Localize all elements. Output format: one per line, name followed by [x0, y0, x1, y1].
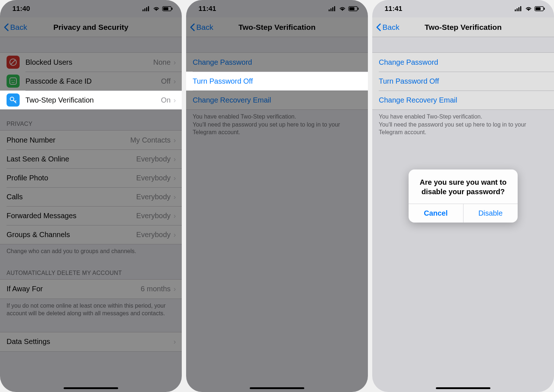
alert-dialog: Are you sure you want to disable your pa… [409, 169, 518, 223]
alert-buttons: Cancel Disable [409, 204, 518, 223]
home-indicator[interactable] [64, 387, 118, 389]
back-label: Back [10, 23, 27, 32]
row-value: Everybody [136, 212, 171, 220]
row-value: Everybody [136, 155, 171, 163]
row-label: Turn Password Off [193, 77, 362, 85]
row-turn-password-off[interactable]: Turn Password Off [186, 72, 368, 91]
svg-point-11 [14, 80, 15, 81]
svg-rect-6 [172, 8, 173, 10]
twostep-footer: You have enabled Two-Step verification. … [186, 110, 368, 140]
row-value: Off [161, 77, 170, 85]
row-value: 6 months [141, 285, 170, 293]
home-indicator[interactable] [250, 387, 304, 389]
status-time: 11:41 [198, 5, 216, 13]
row-if-away-for[interactable]: If Away For6 months› [0, 280, 182, 299]
chevron-right-icon: › [173, 58, 176, 67]
row-change-recovery-email[interactable]: Change Recovery Email [186, 91, 368, 109]
row-groups-channels[interactable]: Groups & ChannelsEverybody› [0, 225, 182, 244]
chevron-right-icon: › [173, 285, 176, 293]
wifi-icon [339, 6, 346, 11]
row-change-password[interactable]: Change Password [186, 53, 368, 72]
row-value: My Contacts [130, 136, 170, 144]
row-value: Everybody [136, 193, 171, 201]
autodelete-footer: If you do not come online at least once … [0, 299, 182, 321]
nav-bar: Back Privacy and Security [0, 17, 182, 37]
alert-title: Are you sure you want to disable your pa… [409, 169, 518, 204]
status-bar: 11:40 [0, 0, 182, 17]
row-data-settings[interactable]: Data Settings› [0, 332, 182, 351]
row-passcode-faceid[interactable]: Passcode & Face ID Off › [0, 72, 182, 91]
screen-disable-confirm: 11:41 Back Two-Step Verification Change … [372, 0, 554, 392]
chevron-right-icon: › [173, 212, 176, 220]
autodelete-group: If Away For6 months› [0, 279, 182, 299]
chevron-left-icon [190, 23, 195, 31]
chevron-left-icon [4, 23, 9, 31]
nav-bar: Back Two-Step Verification [186, 17, 368, 37]
svg-rect-18 [334, 6, 335, 11]
back-button[interactable]: Back [186, 23, 213, 32]
battery-icon [162, 6, 173, 11]
section-header-autodelete: AUTOMATICALLY DELETE MY ACCOUNT [0, 259, 182, 279]
row-profile-photo[interactable]: Profile PhotoEverybody› [0, 168, 182, 187]
row-label: Calls [7, 193, 136, 201]
chevron-right-icon: › [173, 155, 176, 163]
status-time: 11:40 [12, 5, 30, 13]
svg-rect-3 [148, 6, 149, 11]
blocked-icon [7, 56, 20, 69]
section-header-privacy: PRIVACY [0, 110, 182, 130]
chevron-right-icon: › [173, 337, 176, 346]
status-bar: 11:41 [186, 0, 368, 17]
svg-rect-21 [358, 8, 359, 10]
battery-icon [348, 6, 359, 11]
row-label: Two-Step Verification [25, 96, 161, 104]
svg-point-10 [12, 80, 12, 81]
row-blocked-users[interactable]: Blocked Users None › [0, 53, 182, 72]
svg-line-8 [11, 60, 15, 64]
cancel-button[interactable]: Cancel [409, 204, 463, 223]
svg-rect-15 [329, 9, 330, 11]
row-label: Phone Number [7, 136, 130, 144]
row-last-seen[interactable]: Last Seen & OnlineEverybody› [0, 149, 182, 168]
back-label: Back [196, 23, 213, 32]
row-value: Everybody [136, 174, 171, 182]
row-forwarded-messages[interactable]: Forwarded MessagesEverybody› [0, 206, 182, 225]
chevron-right-icon: › [173, 77, 176, 85]
row-label: Change Recovery Email [193, 96, 362, 104]
screen-privacy-security: 11:40 Back Privacy and Security Blocked … [0, 0, 182, 392]
row-label: If Away For [7, 285, 141, 293]
svg-rect-17 [332, 7, 333, 11]
svg-rect-9 [10, 78, 16, 84]
row-value: On [161, 96, 171, 104]
svg-line-14 [15, 101, 16, 102]
back-button[interactable]: Back [0, 23, 27, 32]
row-label: Profile Photo [7, 174, 136, 182]
chevron-right-icon: › [173, 193, 176, 201]
security-group: Blocked Users None › Passcode & Face ID … [0, 52, 182, 110]
row-value: None [153, 58, 171, 67]
data-settings-group: Data Settings› [0, 332, 182, 352]
chevron-right-icon: › [173, 136, 176, 144]
key-icon [7, 93, 20, 107]
row-value: Everybody [136, 231, 171, 239]
row-two-step-verification[interactable]: Two-Step Verification On › [0, 91, 182, 109]
cellular-icon [329, 6, 337, 11]
nav-title: Two-Step Verification [186, 23, 368, 32]
svg-rect-0 [142, 9, 144, 11]
twostep-options-group: Change Password Turn Password Off Change… [186, 52, 368, 110]
row-label: Last Seen & Online [7, 155, 136, 163]
status-indicators [329, 6, 359, 11]
row-phone-number[interactable]: Phone NumberMy Contacts› [0, 131, 182, 149]
home-indicator[interactable] [436, 387, 490, 389]
nav-title: Privacy and Security [0, 23, 182, 32]
row-calls[interactable]: CallsEverybody› [0, 187, 182, 206]
row-label: Passcode & Face ID [25, 77, 161, 85]
chevron-right-icon: › [173, 231, 176, 239]
cellular-icon [142, 6, 150, 11]
svg-rect-1 [144, 8, 145, 11]
disable-button[interactable]: Disable [463, 204, 518, 223]
row-label: Forwarded Messages [7, 212, 136, 220]
status-indicators [142, 6, 173, 11]
privacy-group: Phone NumberMy Contacts› Last Seen & Onl… [0, 130, 182, 244]
row-label: Data Settings [7, 337, 173, 346]
chevron-right-icon: › [173, 96, 176, 104]
